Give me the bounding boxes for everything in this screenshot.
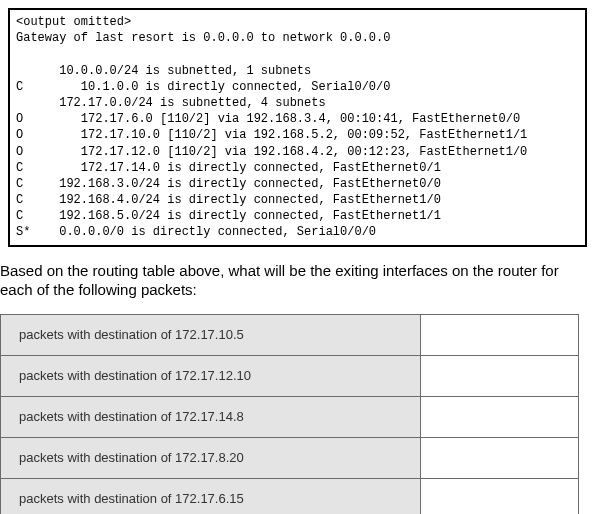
terminal-line: C 10.1.0.0 is directly connected, Serial… <box>16 80 390 94</box>
question-text: Based on the routing table above, what w… <box>0 261 587 300</box>
answers-table: packets with destination of 172.17.10.5 … <box>0 314 579 514</box>
row-label: packets with destination of 172.17.6.15 <box>1 478 421 514</box>
terminal-line: C 172.17.14.0 is directly connected, Fas… <box>16 161 441 175</box>
terminal-line: 10.0.0.0/24 is subnetted, 1 subnets <box>16 64 311 78</box>
row-input-cell <box>421 355 579 396</box>
row-input-cell <box>421 437 579 478</box>
row-label: packets with destination of 172.17.8.20 <box>1 437 421 478</box>
answer-input[interactable] <box>421 356 578 396</box>
row-label: packets with destination of 172.17.14.8 <box>1 396 421 437</box>
row-input-cell <box>421 396 579 437</box>
terminal-line: C 192.168.3.0/24 is directly connected, … <box>16 177 441 191</box>
table-row: packets with destination of 172.17.10.5 <box>1 314 579 355</box>
answer-input[interactable] <box>421 397 578 437</box>
answer-input[interactable] <box>421 438 578 478</box>
row-input-cell <box>421 314 579 355</box>
terminal-line: C 192.168.5.0/24 is directly connected, … <box>16 209 441 223</box>
table-row: packets with destination of 172.17.12.10 <box>1 355 579 396</box>
terminal-line: C 192.168.4.0/24 is directly connected, … <box>16 193 441 207</box>
terminal-line: O 172.17.12.0 [110/2] via 192.168.4.2, 0… <box>16 145 527 159</box>
row-label: packets with destination of 172.17.12.10 <box>1 355 421 396</box>
answer-input[interactable] <box>421 479 578 514</box>
terminal-line: 172.17.0.0/24 is subnetted, 4 subnets <box>16 96 326 110</box>
table-row: packets with destination of 172.17.14.8 <box>1 396 579 437</box>
row-input-cell <box>421 478 579 514</box>
terminal-line: S* 0.0.0.0/0 is directly connected, Seri… <box>16 225 376 239</box>
output-omitted-line: <output omitted> <box>16 15 131 29</box>
terminal-output: <output omitted> Gateway of last resort … <box>8 8 587 247</box>
answer-input[interactable] <box>421 315 578 355</box>
terminal-line: O 172.17.10.0 [110/2] via 192.168.5.2, 0… <box>16 128 527 142</box>
row-label: packets with destination of 172.17.10.5 <box>1 314 421 355</box>
terminal-line: Gateway of last resort is 0.0.0.0 to net… <box>16 31 390 45</box>
table-row: packets with destination of 172.17.8.20 <box>1 437 579 478</box>
table-row: packets with destination of 172.17.6.15 <box>1 478 579 514</box>
terminal-line: O 172.17.6.0 [110/2] via 192.168.3.4, 00… <box>16 112 520 126</box>
